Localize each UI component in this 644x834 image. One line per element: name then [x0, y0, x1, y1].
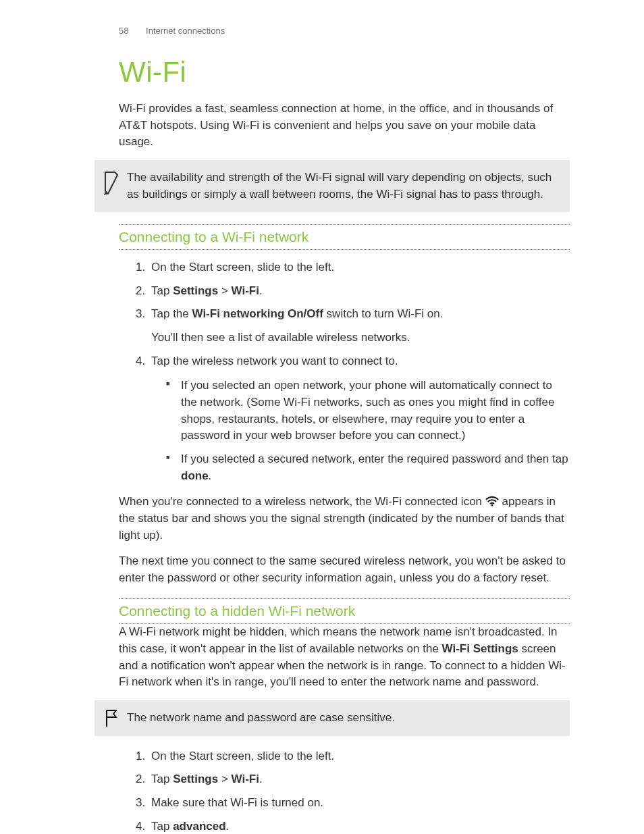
sub-item: If you selected an open network, your ph… [170, 377, 570, 444]
step-note: You'll then see a list of available wire… [151, 330, 570, 346]
wifi-signal-icon [485, 495, 499, 506]
sub-item: If you selected a secured network, enter… [170, 451, 570, 484]
chapter-title: Internet connections [146, 26, 225, 36]
steps-list: On the Start screen, slide to the left. … [119, 748, 570, 834]
page-number: 58 [119, 26, 128, 36]
flag-callout: The network name and password are case s… [95, 700, 570, 736]
step-item: Make sure that Wi-Fi is turned on. [149, 795, 570, 812]
step-item: Tap Settings > Wi-Fi. [149, 771, 570, 788]
note-text: The availability and strength of the Wi-… [127, 171, 552, 201]
page-title: Wi-Fi [119, 56, 570, 88]
step-item: Tap the wireless network you want to con… [149, 353, 570, 484]
body-paragraph: A Wi-Fi network might be hidden, which m… [119, 624, 570, 691]
sub-list: If you selected an open network, your ph… [151, 377, 570, 484]
pencil-icon [101, 170, 120, 197]
body-paragraph: The next time you connect to the same se… [119, 553, 570, 586]
page: 58 Internet connections Wi-Fi Wi-Fi prov… [0, 0, 644, 834]
steps-list: On the Start screen, slide to the left. … [119, 259, 570, 484]
section-header: Connecting to a hidden Wi-Fi network [119, 598, 570, 624]
section-header: Connecting to a Wi-Fi network [119, 224, 570, 250]
section-heading: Connecting to a Wi-Fi network [119, 228, 570, 246]
running-header: 58 Internet connections [0, 26, 644, 36]
note-callout: The availability and strength of the Wi-… [95, 160, 570, 212]
step-item: On the Start screen, slide to the left. [149, 748, 570, 765]
intro-paragraph: Wi-Fi provides a fast, seamless connecti… [119, 101, 570, 151]
svg-point-0 [491, 504, 493, 506]
section-heading: Connecting to a hidden Wi-Fi network [119, 602, 570, 621]
step-item: On the Start screen, slide to the left. [149, 259, 570, 276]
flag-icon [104, 708, 120, 727]
flag-text: The network name and password are case s… [127, 711, 395, 724]
step-item: Tap the Wi-Fi networking On/Off switch t… [149, 306, 570, 346]
step-item: Tap Settings > Wi-Fi. [149, 283, 570, 300]
step-item: Tap advanced. [149, 818, 570, 834]
body-paragraph: When you're connected to a wireless netw… [119, 494, 570, 544]
